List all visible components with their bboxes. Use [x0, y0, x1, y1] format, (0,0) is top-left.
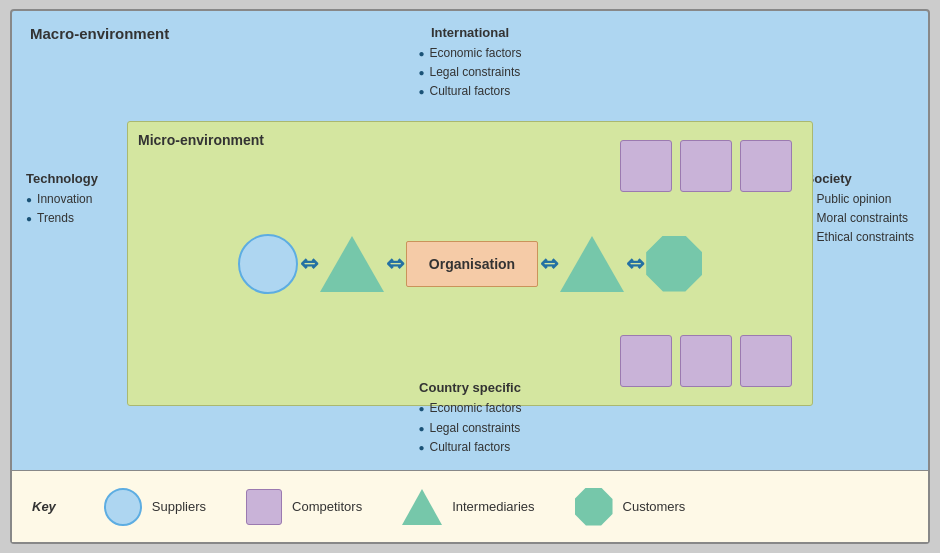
- micro-environment-box: Micro-environment ⇔ ⇔ Organisation: [127, 121, 813, 406]
- society-bullet-3: Ethical constraints: [806, 228, 914, 247]
- international-bullet-3: Cultural factors: [418, 82, 521, 101]
- intermediary-triangle-left: [320, 236, 384, 292]
- key-customers-label: Customers: [623, 499, 686, 514]
- international-bullet-2: Legal constraints: [418, 63, 521, 82]
- supplier-circle: [238, 234, 298, 294]
- arrow-right-1: ⇔: [300, 253, 318, 275]
- technology-bullets: Innovation Trends: [26, 190, 98, 228]
- arrow-right-2: ⇔: [386, 253, 404, 275]
- organisation-label: Organisation: [429, 256, 515, 272]
- society-box: Society Public opinion Moral constraints…: [806, 171, 914, 248]
- country-title: Country specific: [418, 380, 521, 395]
- society-bullet-1: Public opinion: [806, 190, 914, 209]
- organisation-box: Organisation: [406, 241, 538, 287]
- center-row: ⇔ ⇔ Organisation ⇔ ⇔: [128, 234, 812, 294]
- competitor-square-4: [620, 335, 672, 387]
- country-bullets: Economic factors Legal constraints Cultu…: [418, 399, 521, 457]
- key-item-suppliers: Suppliers: [104, 488, 206, 526]
- macro-label: Macro-environment: [30, 25, 169, 42]
- competitor-square-2: [680, 140, 732, 192]
- country-box: Country specific Economic factors Legal …: [418, 380, 521, 457]
- top-competitor-shapes: [620, 140, 792, 192]
- key-item-intermediaries: Intermediaries: [402, 489, 534, 525]
- competitor-square-5: [680, 335, 732, 387]
- society-bullet-2: Moral constraints: [806, 209, 914, 228]
- key-suppliers-label: Suppliers: [152, 499, 206, 514]
- key-competitors-icon: [246, 489, 282, 525]
- international-box: International Economic factors Legal con…: [418, 25, 521, 102]
- technology-bullet-2: Trends: [26, 209, 98, 228]
- key-item-competitors: Competitors: [246, 489, 362, 525]
- competitor-square-6: [740, 335, 792, 387]
- country-bullet-1: Economic factors: [418, 399, 521, 418]
- intermediary-triangle-right: [560, 236, 624, 292]
- key-item-customers: Customers: [575, 488, 686, 526]
- international-title: International: [418, 25, 521, 40]
- arrow-right-4: ⇔: [626, 253, 644, 275]
- technology-bullet-1: Innovation: [26, 190, 98, 209]
- key-customers-icon: [575, 488, 613, 526]
- key-label: Key: [32, 499, 56, 514]
- bottom-competitor-shapes: [620, 335, 792, 387]
- key-bar: Key Suppliers Competitors Intermediaries…: [12, 470, 928, 542]
- diagram-frame: Macro-environment International Economic…: [10, 9, 930, 544]
- key-competitors-label: Competitors: [292, 499, 362, 514]
- customer-octagon: [646, 236, 702, 292]
- international-bullet-1: Economic factors: [418, 44, 521, 63]
- society-bullets: Public opinion Moral constraints Ethical…: [806, 190, 914, 248]
- country-bullet-3: Cultural factors: [418, 438, 521, 457]
- arrow-right-3: ⇔: [540, 253, 558, 275]
- technology-box: Technology Innovation Trends: [26, 171, 98, 228]
- international-bullets: Economic factors Legal constraints Cultu…: [418, 44, 521, 102]
- technology-title: Technology: [26, 171, 98, 186]
- society-title: Society: [806, 171, 914, 186]
- key-intermediaries-icon: [402, 489, 442, 525]
- country-bullet-2: Legal constraints: [418, 419, 521, 438]
- competitor-square-1: [620, 140, 672, 192]
- key-intermediaries-label: Intermediaries: [452, 499, 534, 514]
- key-suppliers-icon: [104, 488, 142, 526]
- competitor-square-3: [740, 140, 792, 192]
